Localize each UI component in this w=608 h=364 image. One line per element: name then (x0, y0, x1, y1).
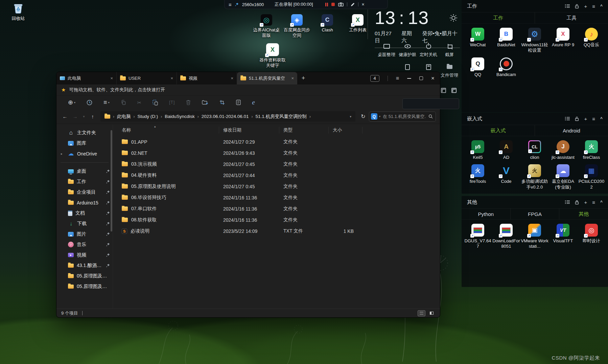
panel-tab[interactable]: 嵌入式 (462, 125, 535, 136)
app-shortcut[interactable]: ↗ Bandicam (492, 57, 520, 77)
file-row[interactable]: 07.串口软件 2024/1/16 11:36 文件夹 (118, 203, 440, 214)
refresh-button[interactable]: ↻ (359, 113, 368, 120)
panel-tab[interactable]: Android (535, 125, 608, 136)
add-icon[interactable]: + (584, 200, 587, 205)
app-shortcut[interactable]: ↗ Axure RP 9 (549, 28, 577, 53)
panel-tab[interactable]: Python (462, 209, 510, 219)
app-shortcut[interactable]: ↗ PCtoLCD2002 (577, 164, 606, 190)
sidebar-item[interactable]: Arduino15 (56, 197, 113, 208)
sidebar-item[interactable]: 05.原理图及使用 (56, 281, 113, 292)
column-header-type[interactable]: 类型 (279, 127, 329, 134)
breadcrumb-item[interactable]: 此电脑 (117, 114, 131, 120)
details-view-button[interactable] (418, 310, 425, 316)
rename-button[interactable]: [T] (169, 100, 175, 105)
app-shortcut[interactable]: ↗ Keil5 (464, 140, 492, 160)
breadcrumb[interactable]: ›此电脑›Study (D:)›BaiduSyncdisk›2023.06.01… (100, 111, 355, 122)
tab-count-badge[interactable]: 4 (370, 75, 379, 82)
history-dropdown-icon[interactable]: ▾ (81, 115, 87, 118)
list-icon[interactable] (565, 117, 570, 121)
list-icon[interactable] (565, 200, 570, 204)
file-row[interactable]: 01.APP 2024/1/27 0:29 文件夹 (118, 136, 440, 147)
file-row[interactable]: 08.软件获取 2024/1/16 11:36 文件夹 (118, 214, 440, 225)
sort-button[interactable]: ≡▾ (103, 99, 110, 105)
search-engine-icon[interactable]: Q (371, 113, 377, 120)
app-shortcut[interactable]: ↗ fireTools (464, 164, 492, 190)
sidebar-item[interactable]: 05.原理图及使用 (56, 271, 113, 281)
chevron-down-icon[interactable]: ▾ (350, 115, 351, 118)
browser-button[interactable]: e (252, 99, 255, 106)
sidebar-item[interactable]: 音乐 (56, 239, 113, 250)
sidebar-item[interactable]: 43.1.酿酒监测 (56, 260, 113, 271)
collapse-icon[interactable]: ^ (600, 116, 603, 121)
explorer-tab[interactable]: 此电脑 × (56, 72, 117, 84)
panel-tab[interactable]: FPGA (510, 209, 559, 219)
recycle-bin[interactable]: 回收站 (7, 2, 29, 22)
maximize-button[interactable] (419, 76, 423, 80)
desktop-shortcut[interactable]: ↗ 百度网盘同步空间 (283, 14, 310, 39)
column-header-size[interactable]: 大小 (329, 127, 363, 134)
new-folder-button[interactable] (202, 100, 208, 105)
desktop-shortcut[interactable]: ↗ 边界AIChat桌面版 (253, 14, 280, 39)
history-button[interactable] (87, 100, 92, 105)
menu-icon[interactable]: ≡ (592, 4, 595, 9)
file-row[interactable]: 必读说明 2023/5/22 14:09 TXT 文件 1 KB (118, 225, 440, 237)
forward-button[interactable]: → (71, 114, 79, 119)
breadcrumb-item[interactable]: 2023.06.01-2024.06.01 (202, 114, 249, 119)
utility-item[interactable]: 文件管理 (439, 64, 460, 78)
file-row[interactable]: 06.毕设答辩技巧 2024/1/16 11:36 文件夹 (118, 192, 440, 203)
explorer-tab[interactable]: 51.1.机房变风量空 × (237, 72, 297, 84)
back-button[interactable]: ← (61, 114, 69, 119)
recorder-pin-icon[interactable] (235, 2, 239, 6)
grid-icon[interactable] (441, 88, 446, 93)
multi-tab-settings-button[interactable] (236, 100, 241, 105)
app-shortcut[interactable]: ↗ clion (520, 140, 549, 160)
crop-button[interactable] (219, 100, 225, 105)
sidebar-item[interactable]: 下载 (56, 218, 113, 229)
paste-button[interactable] (153, 100, 158, 105)
sidebar-item[interactable]: 桌面 (56, 166, 113, 176)
utility-item[interactable]: 桌面整理 (376, 43, 397, 58)
menu-icon[interactable]: ≡ (592, 200, 595, 205)
recorder-close-icon[interactable]: × (362, 2, 365, 7)
app-shortcut[interactable]: ↗ jlc-assistant (549, 140, 577, 160)
sidebar-item[interactable]: 企业项目 (56, 187, 113, 197)
app-shortcut[interactable]: ↗ 嘉立创EDA(专业版) (549, 164, 577, 190)
breadcrumb-item[interactable]: BaiduSyncdisk (165, 114, 195, 119)
recorder-menu-icon[interactable]: ≡ (229, 2, 232, 7)
app-shortcut[interactable]: ↗ QQ (464, 57, 492, 77)
tab-close-icon[interactable]: × (291, 76, 294, 81)
quick-open-hint-bar[interactable]: ★ 可拖动文档、软件、文件夹到此，点击快速打开 (56, 84, 440, 96)
panel-tab[interactable]: 工具 (535, 13, 608, 23)
collapse-icon[interactable]: ^ (600, 4, 603, 8)
panel-tab[interactable]: 工作 (462, 13, 535, 23)
breadcrumb-item[interactable]: Study (D:) (138, 114, 158, 119)
sidebar-item[interactable]: 图库 (56, 138, 113, 148)
sidebar-item[interactable]: 工作 (56, 176, 113, 187)
sidebar-item[interactable]: 文档 (56, 208, 113, 218)
panel-header[interactable]: 工作 + ≡ ^ (462, 0, 608, 12)
list-icon[interactable] (565, 4, 570, 8)
pause-button[interactable] (325, 3, 328, 6)
unlock-icon[interactable] (575, 117, 579, 121)
file-row[interactable]: 05.原理图及使用说明 2024/1/27 0:45 文件夹 (118, 181, 440, 192)
utility-item[interactable]: 截屏 (439, 43, 460, 58)
stop-button[interactable] (331, 3, 335, 6)
camera-icon[interactable] (338, 2, 344, 6)
app-shortcut[interactable]: ↗ AD (492, 140, 520, 160)
app-shortcut[interactable]: ↗ VMware Workstati... (520, 224, 549, 249)
panel-tab[interactable]: 其他 (559, 209, 608, 219)
app-shortcut[interactable]: ↗ QQ音乐 (577, 28, 606, 53)
search-box[interactable]: Q ▾ (369, 112, 436, 122)
panel-header[interactable]: 嵌入式 + ≡ ^ (462, 113, 608, 125)
grid-icon[interactable] (451, 88, 457, 93)
new-item-button[interactable]: ⊕▾ (68, 99, 75, 105)
sidebar-item[interactable]: 主文件夹 (56, 127, 113, 138)
app-shortcut[interactable]: ↗ fireClass (577, 140, 606, 160)
app-shortcut[interactable]: ↗ DGUS_V7.647 (464, 224, 492, 249)
panel-header[interactable]: 其他 + ≡ ^ (462, 196, 608, 208)
app-shortcut[interactable]: ↗ DownLoadFor8051 (492, 224, 520, 249)
sidebar-scrollbar[interactable] (111, 130, 112, 232)
breadcrumb-item[interactable]: 51.1.机房变风量空调控制 (255, 114, 307, 120)
sidebar-item[interactable]: ▸ OneDrive (56, 148, 113, 159)
collapse-icon[interactable]: ^ (600, 200, 603, 204)
